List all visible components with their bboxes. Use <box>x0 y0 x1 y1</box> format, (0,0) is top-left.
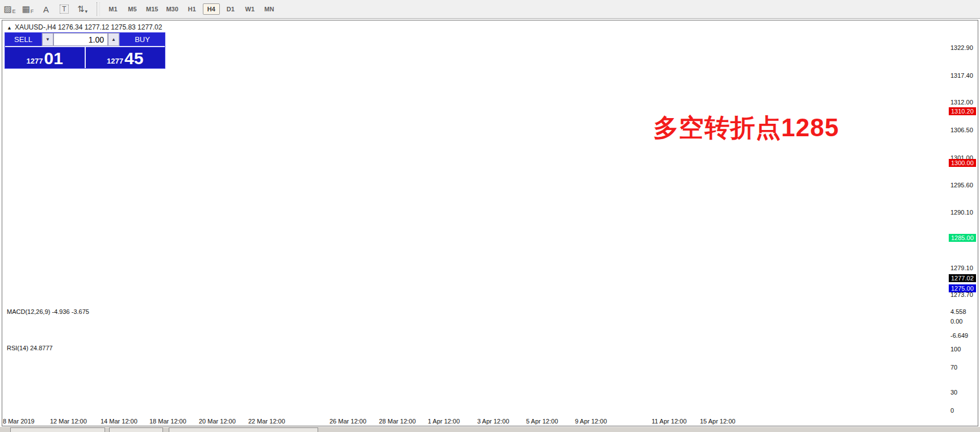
trade-controls-row: SELL ▼ ▲ BUY <box>5 33 165 47</box>
time-axis-label: 20 Mar 12:00 <box>199 418 236 425</box>
time-axis-label: 22 Mar 12:00 <box>248 418 285 425</box>
price-axis-tick: 1322.90 <box>950 44 973 51</box>
one-click-trade-panel: SELL ▼ ▲ BUY 1277 01 1277 45 <box>5 32 165 69</box>
buy-price-big: 45 <box>124 50 143 67</box>
taskbar-button[interactable] <box>169 427 318 432</box>
rsi-axis-tick: 100 <box>950 346 961 353</box>
timeframe-button-h1[interactable]: H1 <box>184 3 201 15</box>
sell-price-small: 1277 <box>27 57 43 65</box>
macd-label: MACD(12,26,9) -4.936 -3.675 <box>7 308 89 315</box>
buy-price[interactable]: 1277 45 <box>86 47 165 68</box>
timeframe-button-m30[interactable]: M30 <box>163 3 181 15</box>
text-label-icon[interactable]: A <box>37 2 55 16</box>
time-axis-label: 15 Apr 12:00 <box>700 418 735 425</box>
price-axis-tick: 1312.00 <box>950 99 973 106</box>
price-axis-badge: 1310.20 <box>949 107 976 115</box>
collapse-arrow-icon[interactable]: ▲ <box>7 25 12 31</box>
chart-frame <box>2 20 978 426</box>
time-axis-label: 26 Mar 12:00 <box>330 418 366 425</box>
price-axis-tick: 1295.60 <box>950 182 973 188</box>
volume-input[interactable] <box>53 33 108 46</box>
rsi-axis-tick: 70 <box>950 364 957 371</box>
draw-study-icon[interactable]: ▨E <box>1 2 18 16</box>
toolbar-separator <box>97 2 100 16</box>
rsi-label: RSI(14) 24.8777 <box>7 345 53 351</box>
price-axis-badge: 1300.00 <box>949 159 976 167</box>
time-axis-label: 28 Mar 12:00 <box>379 418 416 425</box>
buy-price-small: 1277 <box>107 57 123 65</box>
timeframe-button-h4[interactable]: H4 <box>203 3 220 15</box>
time-axis-label: 3 Apr 12:00 <box>477 418 509 425</box>
time-axis-label: 8 Mar 2019 <box>3 418 35 425</box>
price-axis-badge: 1285.00 <box>949 234 976 242</box>
time-axis-label: 18 Mar 12:00 <box>149 418 186 425</box>
sell-price-big: 01 <box>44 50 63 67</box>
macd-axis-tick: -6.649 <box>950 332 968 339</box>
arrows-icon[interactable]: ⇅▾ <box>74 2 91 16</box>
volume-increase-button[interactable]: ▲ <box>108 33 119 46</box>
grid-icon[interactable]: ▦F <box>19 2 36 16</box>
time-axis-label: 12 Mar 12:00 <box>50 418 87 425</box>
taskbar-button[interactable] <box>109 427 163 432</box>
symbol-ohlc-text: XAUUSD-,H4 1276.34 1277.12 1275.83 1277.… <box>15 23 162 31</box>
volume-decrease-button[interactable]: ▼ <box>42 33 53 46</box>
toolbar: ▨E▦FAT⇅▾M1M5M15M30H1H4D1W1MN <box>0 0 980 19</box>
taskbar-button[interactable] <box>10 427 105 432</box>
text-box-icon[interactable]: T <box>56 2 73 16</box>
price-axis-tick: 1317.40 <box>950 72 973 79</box>
bottom-strip <box>0 427 980 432</box>
trade-prices-row: 1277 01 1277 45 <box>5 47 165 68</box>
time-axis-label: 5 Apr 12:00 <box>526 418 558 425</box>
price-axis-tick: 1290.10 <box>950 209 973 216</box>
timeframe-button-mn[interactable]: MN <box>261 3 278 15</box>
buy-button[interactable]: BUY <box>119 33 165 46</box>
macd-axis-tick: 0.00 <box>950 318 962 325</box>
sell-button[interactable]: SELL <box>5 33 42 46</box>
symbol-header: ▲XAUUSD-,H4 1276.34 1277.12 1275.83 1277… <box>7 23 162 31</box>
price-axis-badge: 1277.02 <box>949 274 976 282</box>
price-axis-tick: 1306.50 <box>950 127 973 133</box>
price-axis-tick: 1273.70 <box>950 291 973 298</box>
sell-price[interactable]: 1277 01 <box>5 47 86 68</box>
timeframe-button-w1[interactable]: W1 <box>241 3 258 15</box>
macd-axis-tick: 4.558 <box>950 308 966 315</box>
rsi-axis-tick: 30 <box>950 389 957 396</box>
timeframe-button-m5[interactable]: M5 <box>124 3 141 15</box>
rsi-axis-tick: 0 <box>950 407 954 414</box>
chart-text-annotation[interactable]: 多空转折点1285 <box>653 111 949 145</box>
mt4-chart-window: ▨E▦FAT⇅▾M1M5M15M30H1H4D1W1MN ▲XAUUSD-,H4… <box>0 0 980 432</box>
timeframe-button-m15[interactable]: M15 <box>143 3 161 15</box>
timeframe-button-m1[interactable]: M1 <box>105 3 122 15</box>
time-axis-label: 14 Mar 12:00 <box>101 418 137 425</box>
timeframe-button-d1[interactable]: D1 <box>222 3 239 15</box>
time-axis-label: 1 Apr 12:00 <box>428 418 460 425</box>
time-axis-label: 11 Apr 12:00 <box>652 418 687 425</box>
price-axis-tick: 1279.10 <box>950 265 973 271</box>
price-axis-badge: 1275.00 <box>949 284 976 292</box>
time-axis-label: 9 Apr 12:00 <box>575 418 607 425</box>
